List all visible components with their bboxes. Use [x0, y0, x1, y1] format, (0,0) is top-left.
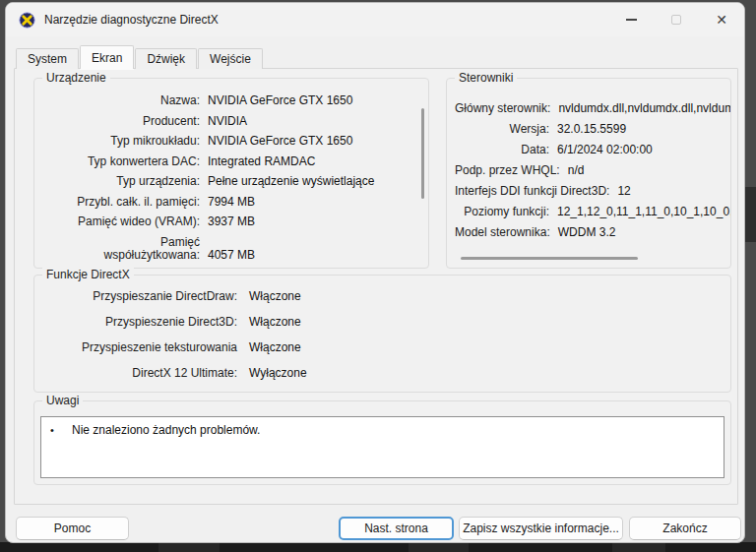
device-vertical-scrollbar[interactable]: [421, 108, 424, 199]
field-value: Włączone: [249, 316, 301, 330]
note-text: Nie znaleziono żadnych problemów.: [72, 423, 260, 437]
field-label: Poziomy funkcji:: [455, 206, 549, 219]
field-label: Typ konwertera DAC:: [42, 155, 200, 169]
drivers-row-maindriver: Główny sterownik: nvldumdx.dll,nvldumdx.…: [455, 102, 726, 116]
field-value: NVIDIA GeForce GTX 1650: [208, 94, 352, 108]
field-value: 4057 MB: [208, 249, 255, 263]
field-value: 12: [617, 185, 630, 199]
device-row-vram: Pamięć wideo (VRAM): 3937 MB: [42, 215, 422, 229]
field-value: Integrated RAMDAC: [208, 155, 315, 169]
tab-wejscie[interactable]: Wejście: [198, 48, 263, 69]
taskbar-edge: [0, 542, 756, 552]
title-bar: Narzędzie diagnostyczne DirectX ✕: [6, 3, 744, 36]
bullet-icon: •: [50, 423, 72, 437]
group-device-rows: Nazwa: NVIDIA GeForce GTX 1650 Producent…: [34, 79, 428, 268]
close-icon[interactable]: ✕: [699, 3, 744, 36]
device-row-dactype: Typ konwertera DAC: Integrated RAMDAC: [42, 155, 422, 169]
field-value: NVIDIA: [208, 115, 247, 129]
drivers-row-drivermodel: Model sterownika: WDDM 3.2: [455, 226, 726, 240]
field-value: WDDM 3.2: [558, 226, 616, 240]
field-label: Przyspieszenie teksturowania: [42, 341, 237, 355]
save-all-information-button[interactable]: Zapisz wszystkie informacje...: [459, 517, 623, 540]
field-value: 6/1/2024 02:00:00: [557, 144, 653, 157]
device-row-sharedmemory: Pamięć współużytkowana: 4057 MB: [42, 236, 422, 263]
drivers-row-whql: Podp. przez WHQL: n/d: [455, 164, 726, 178]
group-directx-features: Funkcje DirectX Przyspieszanie DirectDra…: [33, 275, 731, 393]
tab-ekran[interactable]: Ekran: [80, 45, 134, 69]
field-value: Włączone: [249, 341, 301, 355]
field-label: Typ mikroukładu:: [42, 135, 200, 149]
field-label: Podp. przez WHQL:: [455, 164, 560, 178]
directx-app-icon: [19, 12, 35, 29]
field-value: nvldumdx.dll,nvldumdx.dll,nvldum: [558, 102, 730, 116]
field-label: Przyspieszanie DirectDraw:: [42, 290, 237, 304]
field-value: 3937 MB: [208, 215, 255, 229]
field-label: Interfejs DDI funkcji Direct3D:: [455, 185, 609, 199]
device-row-manufacturer: Producent: NVIDIA: [42, 115, 422, 129]
tab-system[interactable]: System: [16, 48, 79, 69]
device-row-name: Nazwa: NVIDIA GeForce GTX 1650: [42, 94, 422, 108]
group-features-rows: Przyspieszanie DirectDraw: Włączone Przy…: [34, 276, 730, 392]
drivers-row-featurelevels: Poziomy funkcji: 12_1,12_0,11_1,11_0,10_…: [455, 206, 726, 219]
features-row-texture: Przyspieszenie teksturowania Włączone: [42, 341, 723, 355]
group-device: Urządzenie Nazwa: NVIDIA GeForce GTX 165…: [33, 78, 429, 269]
group-notes-title: Uwagi: [42, 394, 83, 407]
field-value: Pełne urządzenie wyświetlające: [208, 175, 374, 189]
caption-buttons: ✕: [608, 3, 744, 36]
field-label: Pamięć współużytkowana:: [42, 236, 200, 263]
help-button[interactable]: Pomoc: [16, 517, 129, 540]
note-item: • Nie znaleziono żadnych problemów.: [50, 423, 724, 437]
tab-strip: System Ekran Dźwięk Wejście: [16, 45, 264, 69]
tab-dzwiek[interactable]: Dźwięk: [135, 48, 197, 69]
dxdiag-window: Narzędzie diagnostyczne DirectX ✕ System…: [5, 2, 745, 543]
notes-listbox: • Nie znaleziono żadnych problemów.: [40, 416, 724, 478]
field-label: Data:: [455, 144, 549, 157]
device-row-totalmemory: Przybl. całk. il. pamięci: 7994 MB: [42, 196, 422, 210]
features-row-dx12ultimate: DirectX 12 Ultimate: Wyłączone: [42, 367, 723, 381]
field-value: n/d: [568, 164, 585, 178]
field-label: Pamięć wideo (VRAM):: [42, 215, 200, 229]
features-row-direct3d: Przyspieszenie Direct3D: Włączone: [42, 316, 723, 330]
field-value: 12_1,12_0,11_1,11_0,10_1,10_0,9_3: [557, 206, 730, 219]
exit-button[interactable]: Zakończ: [629, 517, 741, 540]
field-value: 32.0.15.5599: [557, 123, 626, 137]
group-notes: Uwagi • Nie znaleziono żadnych problemów…: [33, 400, 731, 485]
window-title: Narzędzie diagnostyczne DirectX: [44, 13, 219, 27]
field-value: Wyłączone: [249, 367, 307, 381]
group-drivers: Sterowniki Główny sterownik: nvldumdx.dl…: [446, 78, 731, 269]
background-patch: [745, 187, 756, 242]
features-row-directdraw: Przyspieszanie DirectDraw: Włączone: [42, 290, 723, 304]
field-label: DirectX 12 Ultimate:: [42, 367, 237, 381]
drivers-row-ddi: Interfejs DDI funkcji Direct3D: 12: [455, 185, 726, 199]
field-label: Model sterownika:: [455, 226, 550, 240]
device-row-devicetype: Typ urządzenia: Pełne urządzenie wyświet…: [42, 175, 422, 189]
device-row-chiptype: Typ mikroukładu: NVIDIA GeForce GTX 1650: [42, 135, 422, 149]
field-label: Typ urządzenia:: [42, 175, 200, 189]
maximize-icon: [654, 3, 699, 36]
field-label: Przybl. całk. il. pamięci:: [42, 196, 200, 210]
field-label: Wersja:: [455, 123, 549, 137]
drivers-row-version: Wersja: 32.0.15.5599: [455, 123, 726, 137]
next-page-button[interactable]: Nast. strona: [339, 517, 454, 540]
field-value: Włączone: [249, 290, 301, 304]
field-label: Główny sterownik:: [455, 102, 550, 116]
group-drivers-rows: Główny sterownik: nvldumdx.dll,nvldumdx.…: [447, 79, 730, 268]
field-label: Nazwa:: [42, 94, 200, 108]
field-label: Producent:: [42, 115, 200, 129]
field-value: 7994 MB: [208, 196, 255, 210]
minimize-icon[interactable]: [608, 3, 654, 36]
drivers-row-date: Data: 6/1/2024 02:00:00: [455, 144, 726, 157]
drivers-horizontal-scrollbar[interactable]: [461, 257, 638, 260]
field-value: NVIDIA GeForce GTX 1650: [208, 135, 352, 149]
field-label: Przyspieszenie Direct3D:: [42, 316, 237, 330]
